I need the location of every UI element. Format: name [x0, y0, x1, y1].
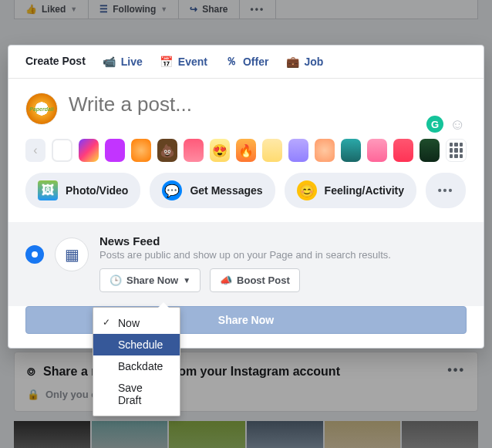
instagram-share-card: ⌾Share a recent photo from your Instagra…: [14, 352, 478, 412]
bg-swatch[interactable]: [315, 139, 335, 162]
bg-swatch[interactable]: 🔥: [236, 139, 256, 162]
rss-icon: ☰: [99, 4, 108, 15]
news-feed-section: ▦ News Feed Posts are public and show up…: [8, 222, 484, 306]
share-now-button[interactable]: Share Now: [25, 306, 467, 334]
tab-label: Live: [121, 56, 143, 68]
composer-tabs: Create Post 📹Live 📅Event ％Offer 💼Job: [8, 45, 484, 79]
instagram-thumb[interactable]: [325, 421, 401, 448]
share-timing-menu: Now Schedule Backdate Save Draft: [93, 307, 180, 416]
tab-label: Create Post: [25, 55, 86, 67]
attachment-row: 🖼Photo/Video 💬Get Messages 😊Feeling/Acti…: [8, 173, 484, 222]
bg-swatch[interactable]: 💩: [157, 139, 177, 162]
tab-job[interactable]: 💼Job: [285, 55, 323, 78]
bg-swatch[interactable]: [262, 139, 282, 162]
share-button[interactable]: ↪Share: [179, 0, 239, 19]
bg-swatch[interactable]: [131, 139, 151, 162]
instagram-thumb[interactable]: [92, 421, 168, 448]
camera-icon: 📹: [103, 55, 116, 69]
tab-label: Offer: [243, 56, 268, 68]
audience-radio-selected[interactable]: [25, 245, 44, 264]
menu-item-schedule[interactable]: Schedule: [93, 334, 180, 355]
tab-offer[interactable]: ％Offer: [224, 55, 268, 78]
bg-swatch[interactable]: [367, 139, 387, 162]
bg-swatch[interactable]: [105, 139, 125, 162]
thumb-up-icon: 👍: [25, 4, 37, 15]
tab-event[interactable]: 📅Event: [160, 55, 207, 78]
tab-label: Event: [178, 56, 207, 68]
menu-item-now[interactable]: Now: [93, 312, 180, 334]
bg-swatch-none[interactable]: [52, 139, 72, 162]
instagram-thumb[interactable]: [14, 421, 90, 448]
bg-swatch[interactable]: [288, 139, 308, 162]
tab-live[interactable]: 📹Live: [103, 55, 143, 78]
news-feed-subtitle: Posts are public and show up on your Pag…: [99, 249, 391, 261]
instagram-thumb[interactable]: [169, 421, 245, 448]
liked-label: Liked: [42, 4, 66, 15]
bg-swatch[interactable]: 😍: [210, 139, 230, 162]
liked-button[interactable]: 👍Liked ▼: [15, 0, 89, 19]
following-label: Following: [113, 4, 156, 15]
news-feed-title: News Feed: [99, 234, 391, 248]
grammarly-icon[interactable]: G: [426, 116, 443, 133]
more-attachments-button[interactable]: •••: [426, 173, 466, 208]
instagram-thumbnails: [14, 421, 478, 448]
chip-label: Feeling/Activity: [325, 184, 404, 197]
menu-item-backdate[interactable]: Backdate: [93, 355, 180, 377]
bg-swatch[interactable]: [341, 139, 361, 162]
messenger-icon: 💬: [162, 180, 182, 200]
share-arrow-icon: ↪: [190, 4, 197, 15]
boost-post-button[interactable]: 📣Boost Post: [210, 268, 300, 292]
caret-down-icon: ▼: [183, 276, 190, 285]
caret-down-icon: ▼: [160, 5, 167, 13]
share-label: Share: [202, 4, 227, 15]
get-messages-button[interactable]: 💬Get Messages: [150, 173, 275, 208]
bg-swatch[interactable]: [420, 139, 440, 162]
bg-scroll-left[interactable]: ‹: [25, 139, 45, 162]
instagram-thumb[interactable]: [247, 421, 323, 448]
compose-row: Paperdali G ☺: [8, 79, 484, 128]
tab-create-post[interactable]: Create Post: [25, 55, 86, 78]
create-post-modal: Create Post 📹Live 📅Event ％Offer 💼Job Pap…: [8, 45, 484, 349]
briefcase-icon: 💼: [285, 55, 299, 69]
tab-label: Job: [304, 56, 323, 68]
news-feed-icon: ▦: [55, 237, 89, 271]
following-button[interactable]: ☰Following ▼: [89, 0, 179, 19]
bg-swatch[interactable]: [79, 139, 99, 162]
photo-video-button[interactable]: 🖼Photo/Video: [25, 173, 140, 208]
photo-icon: 🖼: [38, 180, 58, 200]
share-timing-dropdown[interactable]: 🕒Share Now▼: [99, 268, 201, 292]
emoji-picker-icon[interactable]: ☺: [450, 116, 467, 133]
percent-icon: ％: [224, 55, 238, 69]
clock-icon: 🕒: [110, 275, 122, 286]
more-button[interactable]: •••: [240, 0, 277, 19]
chip-label: Photo/Video: [66, 184, 128, 197]
caret-down-icon: ▼: [70, 5, 77, 13]
page-avatar[interactable]: Paperdali: [25, 93, 58, 125]
page-actions-bar: 👍Liked ▼ ☰Following ▼ ↪Share •••: [14, 0, 478, 19]
menu-item-save-draft[interactable]: Save Draft: [93, 377, 180, 411]
bg-more-icon[interactable]: [446, 139, 467, 162]
smiley-icon: 😊: [297, 180, 317, 200]
lock-icon: 🔒: [27, 389, 39, 400]
instagram-icon: ⌾: [27, 363, 35, 379]
instagram-more-icon[interactable]: •••: [447, 363, 465, 377]
calendar-icon: 📅: [160, 55, 174, 69]
bg-swatch[interactable]: [184, 139, 204, 162]
feeling-activity-button[interactable]: 😊Feeling/Activity: [285, 173, 416, 208]
megaphone-icon: 📣: [220, 275, 232, 286]
background-picker: ‹ 💩 😍 🔥: [8, 128, 484, 173]
boost-label: Boost Post: [237, 275, 290, 286]
instagram-thumb[interactable]: [402, 421, 478, 448]
bg-swatch[interactable]: [393, 139, 413, 162]
chip-label: Get Messages: [190, 184, 262, 197]
share-timing-label: Share Now: [126, 275, 178, 286]
post-text-input[interactable]: [69, 93, 467, 116]
